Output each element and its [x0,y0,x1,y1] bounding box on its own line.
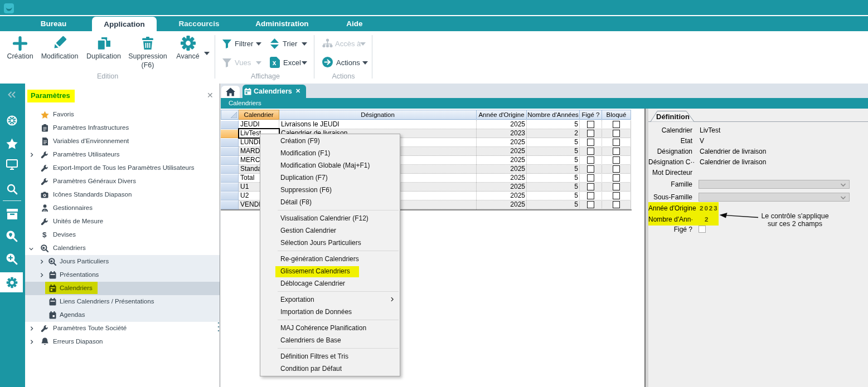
svg-text:x: x [273,59,277,67]
